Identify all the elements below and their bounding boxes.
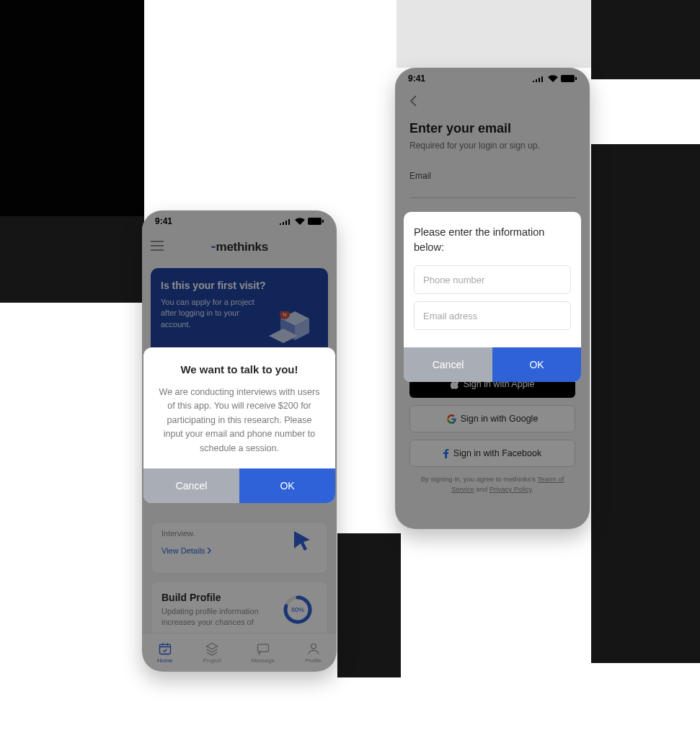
wifi-icon <box>548 75 558 82</box>
svg-point-13 <box>311 644 316 649</box>
signin-google-button[interactable]: Sign in with Google <box>409 405 575 432</box>
status-bar: 9:41 <box>395 68 590 89</box>
svg-rect-14 <box>561 75 575 82</box>
tab-bar: Home Project Message Profile <box>142 633 337 672</box>
email-input[interactable] <box>414 301 571 330</box>
decor-block <box>591 144 700 663</box>
phone-signin-screen: 9:41 Enter your email Required for your … <box>395 68 590 529</box>
tab-project[interactable]: Project <box>203 641 221 664</box>
phone-input[interactable] <box>414 265 571 294</box>
ok-button[interactable]: OK <box>239 468 335 503</box>
card-body: You can apply for a project after loggin… <box>161 297 269 330</box>
signal-icon <box>279 218 292 225</box>
google-icon <box>447 414 456 424</box>
layers-icon <box>205 641 219 656</box>
modal-title: We want to talk to you! <box>156 363 322 375</box>
privacy-link[interactable]: Privacy Policy <box>489 485 531 493</box>
card-title: Is this your first visit? <box>161 280 318 291</box>
view-details-link[interactable]: View Details <box>161 546 212 555</box>
cancel-button[interactable]: Cancel <box>143 468 239 503</box>
signin-facebook-button[interactable]: Sign in with Facebook <box>409 440 575 467</box>
decor-block <box>396 0 591 68</box>
page-title: Enter your email <box>409 121 575 136</box>
user-icon <box>306 641 321 656</box>
decor-block <box>337 533 401 677</box>
card-body: Updating profile information increases y… <box>161 606 270 628</box>
modal-title: Please enter the information below: <box>414 225 571 255</box>
svg-rect-1 <box>322 220 324 223</box>
cursor-icon <box>290 528 316 554</box>
chat-icon <box>256 641 270 656</box>
svg-rect-12 <box>257 644 268 652</box>
back-button[interactable] <box>409 95 575 110</box>
legal-text: By signing in, you agree to methinks's T… <box>409 474 575 495</box>
page-subtitle: Required for your login or sign up. <box>409 141 575 151</box>
email-label: Email <box>409 171 575 181</box>
phone-home-screen: 9:41 ··methinks Is this your first visit… <box>142 210 337 672</box>
decor-block <box>591 0 700 79</box>
svg-rect-11 <box>159 644 170 654</box>
ok-button[interactable]: OK <box>492 347 581 382</box>
decor-block <box>0 0 144 303</box>
status-indicators <box>279 218 324 225</box>
svg-rect-0 <box>308 218 322 225</box>
tab-profile[interactable]: Profile <box>305 641 322 664</box>
status-time: 9:41 <box>408 74 425 84</box>
signal-icon <box>532 75 545 82</box>
signin-content: Enter your email Required for your login… <box>395 95 590 198</box>
wifi-icon <box>295 218 305 225</box>
facebook-icon <box>443 448 449 458</box>
cancel-button[interactable]: Cancel <box>404 347 492 382</box>
app-logo: ··methinks <box>211 240 268 254</box>
build-profile-card[interactable]: Build Profile Updating profile informati… <box>151 581 328 637</box>
tab-message[interactable]: Message <box>252 641 275 664</box>
tab-home[interactable]: Home <box>157 641 172 664</box>
battery-icon <box>308 218 324 225</box>
progress-ring: 80% <box>283 595 313 625</box>
status-indicators <box>532 75 577 82</box>
info-modal: Please enter the information below: Canc… <box>404 212 581 382</box>
svg-text:N: N <box>283 311 287 318</box>
status-bar: 9:41 <box>142 210 337 232</box>
interview-card[interactable]: Interview. View Details <box>151 522 328 574</box>
app-header: ··methinks <box>142 232 337 262</box>
battery-icon <box>561 75 577 82</box>
status-time: 9:41 <box>155 216 172 226</box>
svg-rect-15 <box>575 77 577 80</box>
email-field[interactable] <box>409 184 575 198</box>
signin-group: Sign in with Apple Sign in with Google S… <box>409 370 575 495</box>
interview-modal: We want to talk to you! We are conductin… <box>143 347 335 503</box>
modal-body: We are conducting interviews with users … <box>156 386 322 455</box>
menu-icon[interactable] <box>151 241 164 254</box>
calendar-check-icon <box>158 641 172 656</box>
svg-text:80%: 80% <box>291 606 304 613</box>
